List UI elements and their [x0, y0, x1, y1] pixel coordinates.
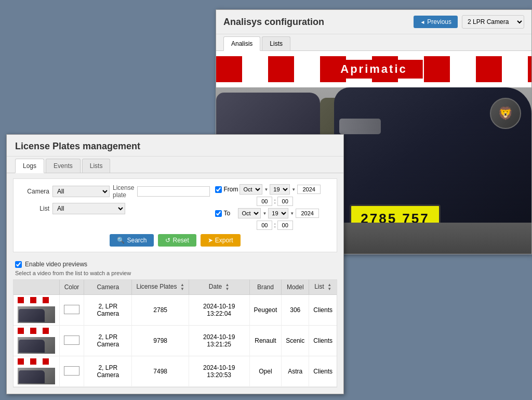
table-row[interactable]: 2, LPR Camera 9798 2024-10-19 13:21:25 R…: [14, 326, 337, 356]
reset-button[interactable]: ↺ Reset: [158, 234, 196, 247]
to-min-input[interactable]: [277, 221, 293, 230]
color-swatch-2: [64, 366, 79, 376]
list-sort-arrows[interactable]: ▲▼: [327, 283, 331, 291]
analysis-camera-select[interactable]: 2 LPR Camera 1 Camera 3 Camera: [462, 15, 524, 29]
col-list-label: List: [314, 283, 324, 290]
table-row[interactable]: 2, LPR Camera 7498 2024-10-19 13:20:53 O…: [14, 356, 337, 387]
col-model: Model: [282, 280, 309, 295]
cell-lp-2: 7498: [132, 356, 189, 387]
search-button[interactable]: 🔍 Search: [110, 234, 154, 247]
list-label: List: [21, 205, 49, 212]
license-plate-label: License plate: [113, 184, 134, 199]
to-day-arrow: ▼: [290, 211, 294, 216]
thumb-car-1: [19, 340, 45, 353]
cell-lp-0: 2785: [132, 295, 189, 326]
color-swatch-0: [64, 305, 79, 314]
lpm-panel: License Plates management Logs Events Li…: [6, 134, 344, 394]
filter-left: Camera All 1 2 LPR Camera License plate …: [21, 184, 210, 230]
preview-checkbox[interactable]: [15, 261, 22, 268]
filter-list-row: List All Clients Blocked: [21, 203, 210, 214]
preview-checkbox-row: Enable video previews: [15, 261, 335, 268]
from-year-input[interactable]: [297, 185, 321, 194]
barrier-stripe: Aprimatic: [216, 56, 531, 82]
to-checkbox[interactable]: [215, 210, 222, 217]
from-time-row: :: [215, 197, 329, 206]
col-license-plates: License Plates ▲▼: [132, 280, 189, 295]
cell-list-0: Clients: [309, 295, 337, 326]
cell-list-2: Clients: [309, 356, 337, 387]
col-camera: Camera: [84, 280, 132, 295]
from-time-colon: :: [274, 198, 275, 205]
search-label: Search: [127, 237, 147, 244]
thumb-barrier-2: [18, 358, 55, 368]
thumb-scene-2: [18, 358, 55, 384]
col-list: List ▲▼: [309, 280, 337, 295]
thumbnail-0: [18, 297, 55, 323]
export-label: Export: [215, 237, 233, 244]
to-hour-input[interactable]: [257, 221, 272, 230]
filter-buttons: 🔍 Search ↺ Reset ➤ Export: [21, 234, 329, 247]
col-color: Color: [60, 280, 84, 295]
analysis-header-controls: Previous 2 LPR Camera 1 Camera 3 Camera: [414, 15, 524, 29]
thumb-scene-0: [18, 297, 55, 323]
cell-model-1: Scenic: [282, 326, 309, 356]
cell-thumbnail-2: [14, 356, 60, 387]
to-time-colon: :: [274, 222, 275, 229]
from-checkbox[interactable]: [215, 186, 222, 193]
from-row: From Oct ▼ 19 ▼: [215, 184, 329, 195]
lpm-tabs: Logs Events Lists: [7, 157, 343, 173]
from-hour-input[interactable]: [257, 197, 272, 206]
from-day-arrow: ▼: [291, 187, 296, 192]
to-year-input[interactable]: [296, 209, 319, 218]
export-icon: ➤: [208, 237, 213, 244]
tab-lists[interactable]: Lists: [262, 36, 290, 50]
color-swatch-1: [64, 336, 79, 345]
tab-events[interactable]: Events: [46, 159, 81, 173]
list-filter-select[interactable]: All Clients Blocked: [52, 203, 125, 214]
cell-list-1: Clients: [309, 326, 337, 356]
to-month-select[interactable]: Oct: [238, 208, 261, 218]
col-color-label: Color: [64, 283, 79, 291]
preview-hint: Select a video from the list to watch a …: [15, 270, 335, 276]
cell-model-0: 306: [282, 295, 309, 326]
to-row: To Oct ▼ 19 ▼: [215, 208, 329, 218]
thumbnail-1: [18, 328, 55, 354]
from-month-select[interactable]: Oct: [240, 184, 262, 195]
to-month-arrow: ▼: [262, 211, 267, 216]
from-min-input[interactable]: [277, 197, 293, 206]
camera-filter-select[interactable]: All 1 2 LPR Camera: [52, 186, 110, 197]
lpm-table-area: Color Camera License Plates ▲▼ Date ▲▼ B: [13, 279, 337, 388]
lpm-title: License Plates management: [15, 141, 140, 151]
cell-camera-2: 2, LPR Camera: [84, 356, 132, 387]
cell-date-2: 2024-10-19 13:20:53: [189, 356, 249, 387]
thumb-barrier-stripe-1: [18, 328, 55, 334]
license-plate-input[interactable]: [137, 186, 210, 197]
tab-analisis[interactable]: Analisis: [223, 36, 260, 51]
lp-sort-arrows[interactable]: ▲▼: [180, 283, 184, 291]
headlight: [339, 119, 381, 134]
cell-camera-0: 2, LPR Camera: [84, 295, 132, 326]
thumbnail-2: [18, 358, 55, 384]
tab-lists[interactable]: Lists: [82, 159, 111, 173]
col-camera-label: Camera: [97, 283, 119, 291]
analysis-header: Analisys configuration Previous 2 LPR Ca…: [216, 10, 531, 34]
previous-button[interactable]: Previous: [414, 16, 458, 28]
thumb-barrier-stripe-2: [18, 358, 55, 365]
lpm-filter-area: Camera All 1 2 LPR Camera License plate …: [13, 178, 337, 252]
col-thumbnail: [14, 280, 60, 295]
cell-camera-1: 2, LPR Camera: [84, 326, 132, 356]
from-month-arrow: ▼: [264, 187, 268, 192]
car-logo-symbol: 🦁: [491, 99, 520, 128]
tab-logs[interactable]: Logs: [15, 159, 44, 173]
export-button[interactable]: ➤ Export: [201, 234, 241, 247]
from-day-select[interactable]: 19: [270, 184, 290, 195]
date-sort-arrows[interactable]: ▲▼: [225, 283, 230, 291]
preview-section: Enable video previews Select a video fro…: [7, 257, 343, 279]
cell-brand-2: Opel: [249, 356, 282, 387]
col-brand-label: Brand: [257, 283, 274, 291]
table-row[interactable]: 2, LPR Camera 2785 2024-10-19 13:22:04 P…: [14, 295, 337, 326]
camera-label: Camera: [21, 188, 49, 195]
col-date-label: Date: [209, 283, 222, 290]
to-day-select[interactable]: 19: [268, 208, 288, 218]
from-label: From: [223, 186, 238, 193]
